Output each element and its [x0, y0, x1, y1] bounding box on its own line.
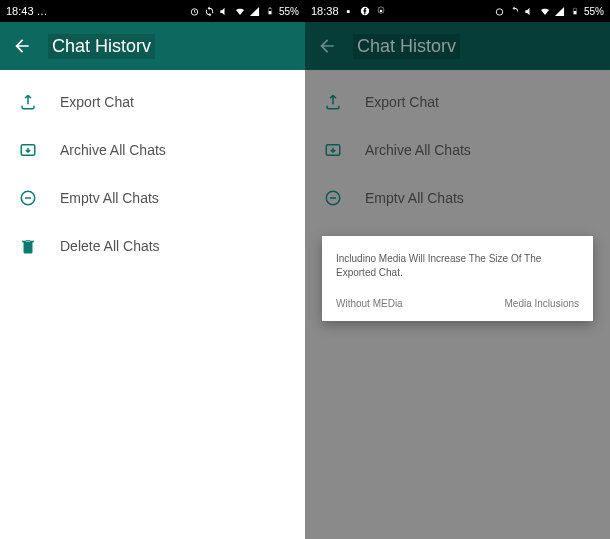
archive-icon: [323, 140, 343, 160]
svg-rect-2: [269, 8, 271, 9]
status-time: 18:43 …: [6, 5, 48, 17]
dialog-message: Includino Media Will Increase The Size O…: [336, 252, 579, 280]
status-time-area: 18:38 ▪: [311, 5, 387, 17]
screen-left: 18:43 … 55%: [0, 0, 305, 539]
menu-label: Archive All Chats: [365, 142, 471, 158]
menu-label: Emptv All Chats: [60, 190, 159, 206]
empty-icon: [323, 188, 343, 208]
battery-percent: 55%: [279, 6, 299, 17]
status-bar: 18:38 ▪: [305, 0, 610, 22]
facebook-icon: [359, 5, 371, 17]
app-title: Chat Historv: [48, 34, 155, 59]
media-inclusions-button[interactable]: Media Inclusions: [505, 298, 579, 309]
back-button[interactable]: [317, 36, 337, 56]
menu-item-delete[interactable]: Delete All Chats: [0, 222, 305, 270]
menu-label: Emptv All Chats: [365, 190, 464, 206]
volume-icon: [219, 5, 231, 17]
empty-icon: [18, 188, 38, 208]
menu-item-export[interactable]: Export Chat: [305, 78, 610, 126]
alarm-icon: [494, 5, 506, 17]
battery-icon: [264, 5, 276, 17]
wifi-icon: [234, 5, 246, 17]
battery-icon: [569, 5, 581, 17]
archive-icon: [18, 140, 38, 160]
signal-icon: [249, 5, 261, 17]
menu-item-empty[interactable]: Emptv All Chats: [305, 174, 610, 222]
notification-icon: ▪: [343, 5, 355, 17]
menu-item-export[interactable]: Export Chat: [0, 78, 305, 126]
battery-percent: 55%: [584, 6, 604, 17]
dialog-actions: Without MEDia Media Inclusions: [336, 298, 579, 309]
sync-icon: [204, 5, 216, 17]
app-bar: Chat Historv: [0, 22, 305, 70]
svg-rect-3: [269, 11, 272, 14]
status-time-area: 18:43 …: [6, 5, 48, 17]
status-icons: 55%: [189, 5, 299, 17]
menu-item-empty[interactable]: Emptv All Chats: [0, 174, 305, 222]
status-bar: 18:43 … 55%: [0, 0, 305, 22]
screen-right: 18:38 ▪: [305, 0, 610, 539]
export-dialog: Includino Media Will Increase The Size O…: [322, 236, 593, 321]
app-bar: Chat Historv: [305, 22, 610, 70]
menu-list: Export Chat Archive All Chats Emptv All …: [0, 70, 305, 270]
status-icons: 55%: [494, 5, 604, 17]
svg-rect-10: [574, 11, 577, 14]
app-title: Chat Historv: [353, 34, 460, 59]
wifi-icon: [539, 5, 551, 17]
menu-label: Delete All Chats: [60, 238, 160, 254]
alarm-icon: [189, 5, 201, 17]
menu-label: Export Chat: [60, 94, 134, 110]
delete-icon: [18, 236, 38, 256]
svg-point-8: [497, 8, 503, 14]
menu-label: Export Chat: [365, 94, 439, 110]
export-icon: [18, 92, 38, 112]
sync-icon: [509, 5, 521, 17]
settings-icon: [375, 5, 387, 17]
menu-item-archive[interactable]: Archive All Chats: [305, 126, 610, 174]
svg-point-7: [379, 10, 382, 13]
export-icon: [323, 92, 343, 112]
without-media-button[interactable]: Without MEDia: [336, 298, 403, 309]
signal-icon: [554, 5, 566, 17]
status-time: 18:38: [311, 5, 339, 17]
volume-icon: [524, 5, 536, 17]
back-button[interactable]: [12, 36, 32, 56]
menu-item-archive[interactable]: Archive All Chats: [0, 126, 305, 174]
menu-label: Archive All Chats: [60, 142, 166, 158]
